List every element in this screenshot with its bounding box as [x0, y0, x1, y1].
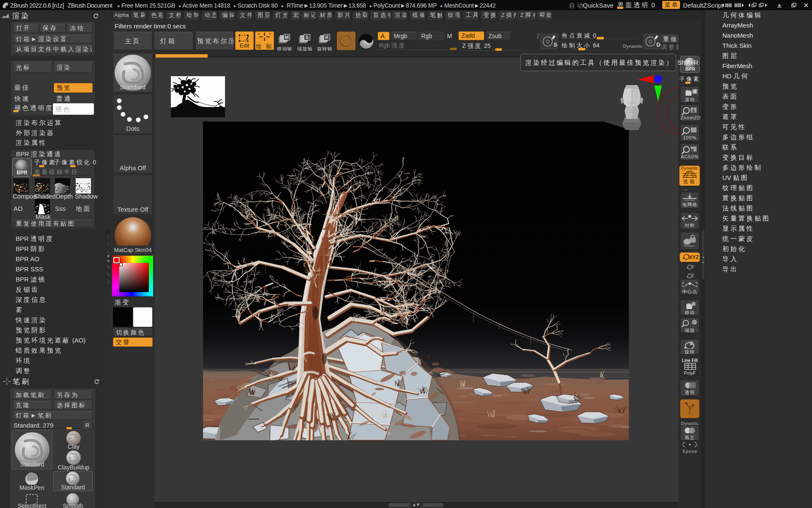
svg-text:S: S [305, 35, 308, 40]
svg-text:D: D [656, 41, 660, 48]
svg-text:Z: Z [691, 273, 694, 278]
svg-text:XYZ: XYZ [689, 254, 699, 260]
svg-text:M: M [285, 35, 288, 40]
svg-text:Edit: Edit [240, 42, 250, 49]
svg-text:BPR: BPR [16, 170, 27, 176]
svg-text:BPR: BPR [685, 66, 695, 72]
svg-text:S: S [554, 41, 557, 48]
svg-text:R: R [325, 35, 329, 40]
svg-text:Y: Y [691, 265, 694, 269]
